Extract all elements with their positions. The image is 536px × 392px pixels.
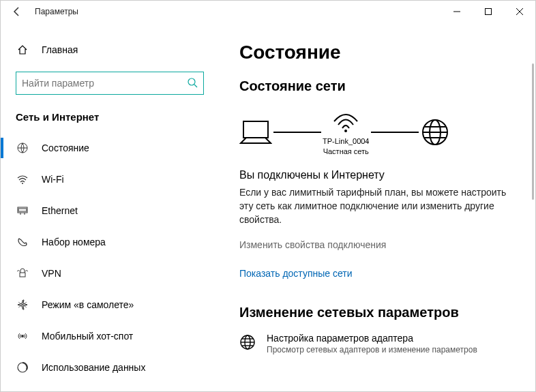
close-button[interactable] — [504, 1, 535, 22]
show-available-networks-link[interactable]: Показать доступные сети — [239, 268, 515, 279]
sidebar-item-hotspot[interactable]: Мобильный хот-спот — [1, 320, 219, 352]
svg-point-8 — [22, 183, 23, 184]
nav-label: VPN — [42, 268, 61, 279]
sidebar-item-wifi[interactable]: Wi-Fi — [1, 164, 219, 195]
adapter-icon — [239, 333, 256, 352]
home-link[interactable]: Главная — [1, 36, 219, 63]
sidebar: Главная Сеть и Интернет Состояние — [1, 22, 219, 391]
computer-icon — [239, 119, 272, 146]
network-diagram: TP-Link_0004 Частная сеть — [239, 108, 515, 157]
data-usage-icon — [16, 361, 29, 374]
diagram-line — [273, 132, 321, 133]
arrow-left-icon — [12, 6, 23, 17]
nav-label: Wi-Fi — [42, 174, 64, 185]
nav-label: Ethernet — [42, 205, 78, 216]
change-connection-properties-link[interactable]: Изменить свойства подключения — [239, 239, 515, 250]
vpn-icon — [16, 267, 29, 280]
minimize-button[interactable] — [441, 1, 473, 22]
connection-type: Частная сеть — [323, 147, 370, 157]
page-title: Состояние — [239, 42, 515, 63]
connected-title: Вы подключены к Интернету — [239, 169, 515, 181]
svg-point-4 — [188, 78, 195, 85]
connection-name: TP-Link_0004 — [323, 136, 370, 147]
sidebar-item-ethernet[interactable]: Ethernet — [1, 195, 219, 226]
sidebar-category: Сеть и Интернет — [1, 107, 219, 132]
maximize-icon — [485, 8, 492, 15]
status-icon — [16, 142, 29, 154]
nav-label: Режим «в самолете» — [42, 299, 134, 310]
nav-label: Состояние — [42, 142, 89, 153]
svg-rect-13 — [20, 273, 25, 277]
wifi-signal-icon — [331, 108, 360, 135]
sidebar-item-dialup[interactable]: Набор номера — [1, 226, 219, 258]
svg-rect-1 — [486, 9, 492, 15]
sidebar-item-datausage[interactable]: Использование данных — [1, 352, 219, 383]
search-box[interactable] — [16, 72, 204, 95]
sidebar-item-airplane[interactable]: Режим «в самолете» — [1, 289, 219, 320]
sidebar-item-vpn[interactable]: VPN — [1, 258, 219, 289]
close-icon — [516, 8, 523, 15]
search-input[interactable] — [22, 78, 187, 89]
section-network-status: Состояние сети — [239, 78, 515, 94]
svg-point-14 — [21, 335, 24, 337]
titlebar: Параметры — [1, 1, 535, 22]
scrollbar[interactable] — [532, 63, 534, 200]
svg-point-17 — [344, 130, 347, 132]
search-icon — [187, 77, 198, 90]
nav-label: Мобильный хот-спот — [42, 331, 133, 342]
adapter-title: Настройка параметров адаптера — [267, 333, 477, 344]
home-icon — [16, 44, 29, 55]
window-title: Параметры — [35, 7, 78, 16]
home-label: Главная — [42, 44, 78, 55]
maximize-button[interactable] — [473, 1, 504, 22]
adapter-settings-item[interactable]: Настройка параметров адаптера Просмотр с… — [239, 333, 515, 355]
svg-rect-10 — [18, 209, 27, 211]
minimize-icon — [453, 8, 460, 15]
svg-rect-16 — [243, 121, 268, 138]
connected-body: Если у вас лимитный тарифный план, вы мо… — [239, 185, 512, 227]
hotspot-icon — [16, 330, 29, 342]
ethernet-icon — [16, 205, 29, 217]
svg-rect-9 — [18, 207, 27, 213]
globe-icon — [420, 117, 450, 147]
main-content: Состояние Состояние сети — [219, 22, 535, 391]
airplane-icon — [16, 299, 29, 311]
nav-label: Набор номера — [42, 237, 106, 247]
svg-line-5 — [194, 85, 197, 87]
diagram-line — [371, 132, 419, 133]
nav-label: Использование данных — [42, 362, 145, 373]
adapter-subtitle: Просмотр сетевых адаптеров и изменение п… — [267, 345, 477, 355]
sidebar-item-status[interactable]: Состояние — [1, 132, 219, 164]
section-change-settings: Изменение сетевых параметров — [239, 305, 515, 320]
wifi-icon — [16, 173, 29, 185]
back-button[interactable] — [8, 2, 27, 21]
dialup-icon — [16, 236, 29, 248]
